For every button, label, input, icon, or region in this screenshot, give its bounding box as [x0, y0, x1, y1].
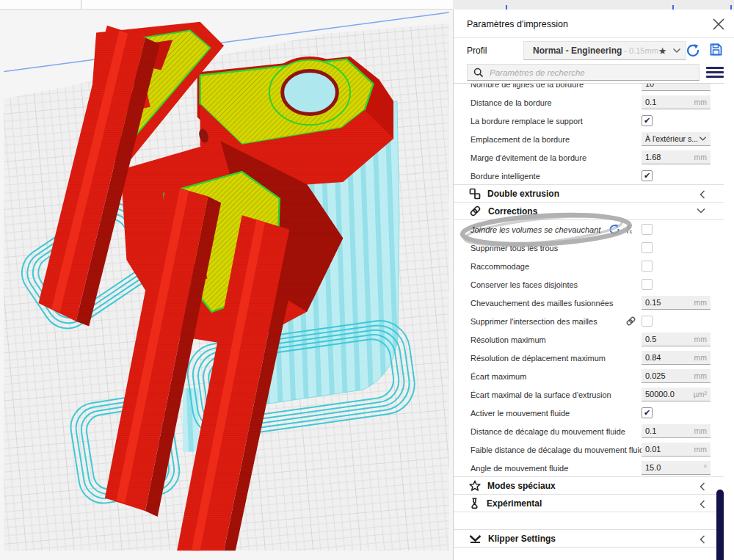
- viewport-3d[interactable]: [0, 10, 453, 560]
- profile-detail: - 0.15mm: [624, 46, 658, 55]
- setting-row: La bordure remplace le support: [454, 112, 724, 130]
- field-unit: °: [704, 463, 707, 472]
- value-field[interactable]: 10: [642, 83, 711, 91]
- setting-row: Faible distance de décalage du mouvement…: [454, 440, 724, 459]
- value-field[interactable]: 50000.0µm²: [642, 388, 711, 401]
- panel-title: Paramètres d'impression: [467, 19, 568, 29]
- checkbox[interactable]: [642, 242, 653, 253]
- setting-label: Emplacement de la bordure: [470, 135, 570, 144]
- setting-row: Bordure intelligente: [454, 167, 724, 185]
- field-value: 0.025: [645, 371, 666, 380]
- value-field[interactable]: 0.84mm: [642, 351, 711, 365]
- search-placeholder: Paramètres de recherche: [490, 68, 585, 77]
- setting-label: Écart maximal de la surface d'extrusion: [470, 390, 611, 399]
- strip-right-segment: [453, 0, 734, 10]
- panel-header: Paramètres d'impression: [454, 10, 734, 38]
- field-value: 0.5: [645, 335, 656, 343]
- setting-row: Angle de mouvement fluide15.0°: [454, 459, 724, 477]
- setting-row: Joindre les volumes se chevauchantfx: [454, 220, 724, 239]
- setting-row: Supprimer tous les trous: [454, 239, 724, 257]
- field-value: 0.1: [645, 98, 656, 106]
- section-header-modes-sp-ciaux[interactable]: Modes spéciaux: [454, 476, 724, 495]
- chevron-left-icon[interactable]: [699, 499, 706, 509]
- close-icon[interactable]: [711, 16, 727, 32]
- setting-row: Nombre de lignes de la bordure10: [454, 83, 724, 93]
- setting-row: Distance de décalage du mouvement fluide…: [454, 422, 724, 440]
- field-unit: mm: [694, 426, 708, 435]
- value-field[interactable]: 0.01mm: [642, 443, 711, 457]
- section-label: Expérimental: [487, 498, 542, 509]
- reset-profile-icon[interactable]: [686, 43, 700, 57]
- checkbox[interactable]: [642, 316, 653, 327]
- value-field[interactable]: 0.1mm: [642, 95, 711, 109]
- setting-label: Bordure intelligente: [470, 172, 540, 181]
- dropdown-field[interactable]: À l'extérieur s...: [642, 132, 711, 146]
- value-field[interactable]: 15.0°: [642, 461, 711, 475]
- setting-label: Chevauchement des mailles fusionnées: [470, 299, 613, 308]
- dropdown-value: À l'extérieur s...: [645, 134, 698, 143]
- chevron-down-icon[interactable]: [696, 207, 706, 214]
- checkbox[interactable]: [642, 115, 653, 126]
- section-label: Modes spéciaux: [487, 481, 556, 491]
- setting-label: Raccommodage: [470, 262, 529, 271]
- section-header-klipper-settings[interactable]: Klipper Settings: [454, 529, 724, 548]
- toolbar-bottom-strip: [0, 0, 734, 10]
- section-label: Klipper Settings: [488, 534, 556, 544]
- linked-setting-icon[interactable]: [625, 316, 636, 327]
- settings-list: Nombre de lignes de la bordure10Distance…: [454, 83, 724, 560]
- profile-combobox[interactable]: Normal - Engineering - 0.15mm ★: [523, 41, 686, 60]
- setting-row: Activer le mouvement fluide: [454, 404, 724, 422]
- checkbox[interactable]: [642, 407, 653, 418]
- section-gap: [454, 512, 724, 530]
- setting-row: Écart maximal de la surface d'extrusion5…: [454, 385, 724, 404]
- setting-label: Angle de mouvement fluide: [470, 464, 568, 473]
- field-unit: mm: [694, 371, 708, 380]
- field-unit: mm: [694, 298, 708, 307]
- value-field[interactable]: 0.1mm: [642, 424, 711, 438]
- checkbox[interactable]: [642, 170, 653, 181]
- search-input[interactable]: Paramètres de recherche: [467, 64, 700, 81]
- cura-window: Paramètres d'impression Profil Normal - …: [0, 0, 734, 560]
- setting-label: Résolution maximum: [470, 335, 546, 344]
- value-field[interactable]: 0.5mm: [642, 332, 711, 346]
- section-label: Double extrusion: [487, 189, 559, 199]
- checkbox[interactable]: [642, 279, 653, 290]
- search-icon: [473, 68, 484, 78]
- chevron-left-icon[interactable]: [699, 481, 706, 492]
- value-field[interactable]: 1.68mm: [642, 150, 711, 164]
- setting-label: Supprimer tous les trous: [470, 244, 558, 252]
- save-profile-icon[interactable]: [709, 43, 724, 57]
- value-field[interactable]: 0.15mm: [642, 296, 711, 310]
- field-value: 0.15: [645, 298, 661, 307]
- field-value: 10: [645, 83, 654, 88]
- setting-label: Écart maximum: [470, 372, 526, 381]
- chevron-left-icon[interactable]: [699, 189, 706, 200]
- search-row: Paramètres de recherche: [454, 64, 734, 84]
- scrollbar-thumb[interactable]: [716, 490, 724, 560]
- menu-icon[interactable]: [706, 65, 724, 79]
- section-header-exp-rimental[interactable]: Expérimental: [454, 494, 724, 512]
- section-header-double-extrusion[interactable]: Double extrusion: [454, 184, 724, 203]
- setting-label: Distance de décalage du mouvement fluide: [470, 427, 625, 436]
- field-unit: mm: [694, 153, 708, 161]
- checkbox[interactable]: [642, 224, 653, 235]
- field-value: 15.0: [645, 463, 661, 472]
- setting-label: Nombre de lignes de la bordure: [470, 83, 584, 89]
- print-settings-panel: Paramètres d'impression Profil Normal - …: [453, 10, 734, 560]
- setting-row: Conserver les faces disjointes: [454, 275, 724, 294]
- checkbox[interactable]: [642, 261, 653, 272]
- chevron-left-icon[interactable]: [699, 534, 706, 545]
- field-unit: mm: [694, 335, 708, 343]
- setting-row: Résolution de déplacement maximum0.84mm: [454, 349, 724, 367]
- value-field[interactable]: 0.025mm: [642, 369, 711, 383]
- setting-label: Résolution de déplacement maximum: [470, 354, 606, 363]
- setting-row: Distance de la bordure0.1mm: [454, 93, 724, 112]
- chevron-down-icon: [699, 136, 707, 142]
- setting-label: Supprimer l'intersection des mailles: [470, 317, 597, 326]
- section-label: Corrections: [488, 206, 537, 217]
- function-icon[interactable]: fx: [627, 223, 632, 235]
- profile-label: Profil: [467, 46, 487, 56]
- revert-value-icon[interactable]: [608, 223, 620, 235]
- section-header-corrections[interactable]: Corrections: [454, 202, 724, 220]
- field-value: 0.01: [645, 445, 661, 454]
